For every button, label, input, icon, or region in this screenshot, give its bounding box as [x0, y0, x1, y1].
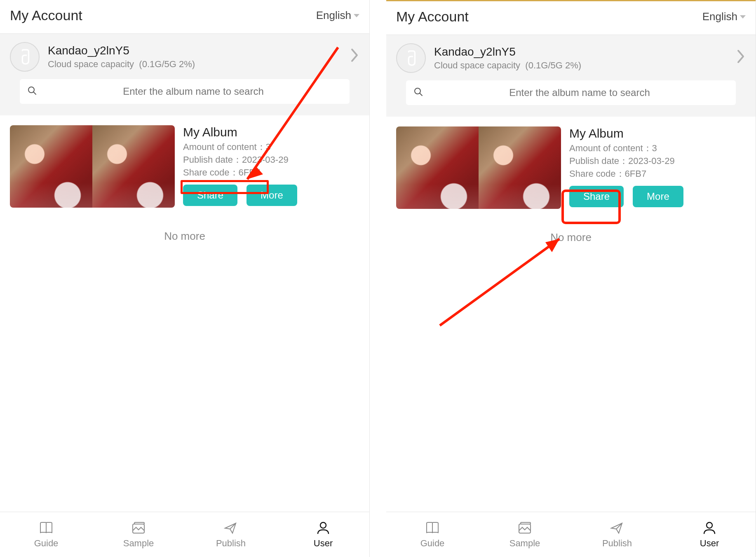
album-amount: Amount of content：3 — [569, 142, 746, 155]
account-row[interactable]: Kandao_y2lnY5 Cloud space capacity (0.1G… — [396, 43, 746, 73]
phone-left: My Account English Kandao_y2lnY5 Cloud s… — [0, 0, 370, 557]
album-meta: My Album Amount of content：3 Publish dat… — [569, 126, 746, 207]
search-icon — [413, 87, 423, 98]
avatar — [10, 42, 40, 72]
language-label: English — [702, 10, 737, 23]
tabbar: Guide Sample Publish User — [0, 512, 369, 557]
search-bar[interactable] — [406, 80, 736, 105]
svg-line-10 — [440, 239, 559, 325]
svg-line-1 — [33, 92, 36, 94]
share-button[interactable]: Share — [569, 186, 624, 207]
tab-publish[interactable]: Publish — [571, 512, 663, 557]
header: My Account English — [0, 0, 369, 34]
account-info: Kandao_y2lnY5 Cloud space capacity (0.1G… — [434, 45, 728, 71]
tab-sample[interactable]: Sample — [92, 512, 185, 557]
album-publish: Publish date：2023-03-29 — [569, 155, 746, 168]
avatar — [396, 43, 426, 73]
album-card: My Album Amount of content：3 Publish dat… — [386, 117, 756, 219]
user-icon — [702, 521, 717, 536]
more-button[interactable]: More — [247, 185, 297, 206]
album-sharecode: Share code：6FB7 — [569, 168, 746, 180]
search-input[interactable] — [431, 87, 728, 98]
svg-line-9 — [420, 93, 422, 96]
album-sharecode: Share code：6FB7 — [183, 166, 359, 179]
username: Kandao_y2lnY5 — [48, 44, 342, 57]
image-icon — [131, 521, 146, 536]
album-title: My Album — [183, 125, 359, 139]
tab-guide[interactable]: Guide — [0, 512, 92, 557]
caret-down-icon — [740, 15, 746, 19]
send-icon — [610, 521, 625, 536]
album-card: My Album Amount of content：3 Publish dat… — [0, 115, 369, 218]
image-icon — [517, 521, 532, 536]
tab-publish[interactable]: Publish — [185, 512, 277, 557]
cloud-capacity: Cloud space capacity (0.1G/5G 2%) — [434, 60, 728, 71]
no-more-label: No more — [386, 231, 756, 244]
search-input[interactable] — [45, 86, 342, 97]
svg-rect-5 — [134, 522, 144, 524]
page-title: My Account — [10, 7, 82, 23]
album-title: My Album — [569, 126, 746, 140]
tab-user[interactable]: User — [663, 512, 756, 557]
album-thumbnail[interactable] — [396, 126, 561, 209]
book-icon — [39, 521, 54, 536]
language-label: English — [316, 9, 351, 22]
album-meta: My Album Amount of content：3 Publish dat… — [183, 125, 359, 206]
no-more-label: No more — [0, 230, 369, 243]
tab-user[interactable]: User — [277, 512, 369, 557]
logo-icon — [403, 50, 419, 66]
caret-down-icon — [354, 14, 359, 17]
tab-guide[interactable]: Guide — [386, 512, 479, 557]
language-selector[interactable]: English — [702, 10, 746, 23]
album-publish: Publish date：2023-03-29 — [183, 154, 359, 166]
account-info: Kandao_y2lnY5 Cloud space capacity (0.1G… — [48, 44, 342, 70]
username: Kandao_y2lnY5 — [434, 45, 728, 59]
account-section: Kandao_y2lnY5 Cloud space capacity (0.1G… — [0, 34, 369, 115]
share-button[interactable]: Share — [183, 185, 237, 206]
user-icon — [316, 521, 331, 536]
chevron-right-icon — [737, 49, 746, 68]
tab-sample[interactable]: Sample — [479, 512, 571, 557]
svg-rect-13 — [521, 522, 531, 524]
logo-icon — [17, 49, 33, 65]
account-row[interactable]: Kandao_y2lnY5 Cloud space capacity (0.1G… — [10, 42, 359, 72]
more-button[interactable]: More — [633, 186, 683, 207]
search-icon — [27, 86, 37, 97]
book-icon — [425, 521, 440, 536]
language-selector[interactable]: English — [316, 9, 359, 22]
album-thumbnail[interactable] — [10, 125, 175, 208]
chevron-right-icon — [350, 48, 359, 66]
tabbar: Guide Sample Publish User — [386, 512, 756, 557]
account-section: Kandao_y2lnY5 Cloud space capacity (0.1G… — [386, 35, 756, 117]
cloud-capacity: Cloud space capacity (0.1G/5G 2%) — [48, 59, 342, 70]
phone-right: My Account English Kandao_y2lnY5 Cloud s… — [386, 0, 756, 557]
send-icon — [223, 521, 238, 536]
album-amount: Amount of content：3 — [183, 141, 359, 154]
header: My Account English — [386, 1, 756, 35]
page-title: My Account — [396, 9, 469, 25]
search-bar[interactable] — [20, 79, 350, 104]
svg-point-15 — [707, 522, 712, 528]
svg-point-7 — [320, 522, 326, 528]
